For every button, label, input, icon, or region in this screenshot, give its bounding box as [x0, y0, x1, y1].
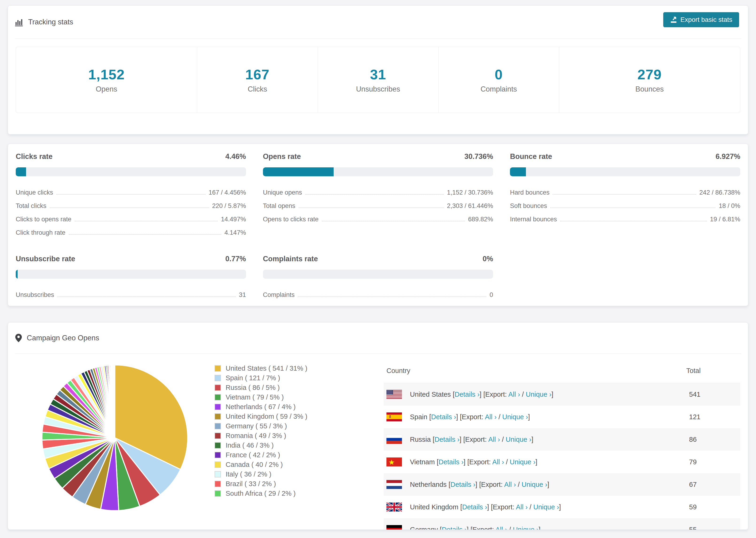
legend-label: South Africa ( 29 / 2% )	[226, 490, 296, 497]
legend-item: United Kingdom ( 59 / 3% )	[215, 412, 384, 421]
export-unique-link[interactable]: Unique ›	[502, 413, 528, 421]
stat-cell-opens: 1,152Opens	[16, 47, 197, 113]
rate-detail-value: 242 / 86.738%	[699, 189, 740, 196]
export-all-link[interactable]: All ›	[485, 413, 497, 421]
rate-progress-fill	[510, 167, 526, 176]
country-total: 59	[686, 496, 740, 518]
pie-slice[interactable]	[115, 365, 115, 438]
rate-detail-value: 220 / 5.87%	[212, 202, 246, 210]
country-total: 67	[686, 473, 740, 496]
rate-value: 6.927%	[716, 152, 740, 161]
export-unique-link[interactable]: Unique ›	[533, 503, 559, 511]
flag-icon-nl	[387, 480, 402, 489]
dotted-leader	[56, 194, 205, 194]
export-unique-link[interactable]: Unique ›	[506, 436, 531, 443]
legend-label: United Kingdom ( 59 / 3% )	[226, 413, 307, 420]
slash: /	[516, 481, 521, 488]
legend-item: South Africa ( 29 / 2% )	[215, 489, 384, 498]
flag-icon-es	[387, 412, 402, 421]
geo-table-row: United Kingdom [Details ›] [Export: All …	[384, 496, 740, 518]
dotted-leader	[69, 234, 221, 235]
rate-progress-fill	[16, 167, 26, 176]
legend-color-swatch	[215, 481, 221, 487]
pie-legend: United States ( 541 / 31% )Spain ( 121 /…	[215, 358, 384, 530]
legend-label: Romania ( 49 / 3% )	[226, 432, 286, 440]
export-unique-link[interactable]: Unique ›	[513, 526, 539, 530]
country-name: Spain	[410, 413, 429, 421]
export-unique-link[interactable]: Unique ›	[526, 391, 552, 398]
bracket: ]	[528, 413, 530, 421]
geo-table-row: Netherlands [Details ›] [Export: All › /…	[384, 473, 740, 496]
geo-opens-title-text: Campaign Geo Opens	[27, 334, 99, 342]
dotted-leader	[58, 296, 236, 297]
bracket: [	[437, 458, 439, 466]
legend-item: Vietnam ( 79 / 5% )	[215, 393, 384, 402]
rate-detail-value: 31	[239, 291, 246, 298]
bracket: ]	[552, 391, 553, 398]
legend-color-swatch	[215, 442, 221, 449]
rate-progress-bar	[263, 167, 493, 176]
slash: /	[520, 391, 526, 398]
legend-label: Italy ( 36 / 2% )	[226, 470, 271, 478]
legend-color-swatch	[215, 365, 221, 372]
details-link[interactable]: Details ›	[451, 481, 475, 488]
dotted-leader	[298, 296, 486, 297]
export-all-link[interactable]: All ›	[495, 526, 507, 530]
rate-section-bounce-rate: Bounce rate6.927%Hard bounces242 / 86.73…	[510, 152, 740, 237]
rate-detail-label: Total opens	[263, 202, 296, 210]
details-link[interactable]: Details ›	[431, 413, 456, 421]
details-link[interactable]: Details ›	[455, 391, 479, 398]
stat-cell-unsubscribes: 31Unsubscribes	[318, 47, 438, 113]
rate-detail-value: 167 / 4.456%	[209, 189, 246, 196]
country-cell-text: Germany [Details ›] [Export: All › / Uni…	[410, 526, 540, 530]
export-all-link[interactable]: All ›	[488, 436, 500, 443]
stat-value: 279	[637, 67, 662, 82]
rate-detail-label: Total clicks	[16, 202, 46, 210]
rate-progress-fill	[263, 167, 334, 176]
details-link[interactable]: Details ›	[462, 503, 487, 511]
slash: /	[527, 503, 533, 511]
stats-summary: 1,152Opens167Clicks31Unsubscribes0Compla…	[16, 47, 740, 113]
dotted-leader	[50, 207, 209, 208]
geo-table-row: Russia [Details ›] [Export: All › / Uniq…	[384, 428, 740, 451]
bracket: [	[433, 436, 435, 443]
legend-color-swatch	[215, 404, 221, 410]
pie-chart[interactable]	[40, 363, 190, 513]
rates-grid: Clicks rate4.46%Unique clicks167 / 4.456…	[16, 152, 740, 298]
export-all-link[interactable]: All ›	[508, 391, 520, 398]
export-all-link[interactable]: All ›	[516, 503, 527, 511]
details-link[interactable]: Details ›	[439, 458, 463, 466]
bracket: ]	[459, 436, 463, 443]
legend-color-swatch	[215, 471, 221, 477]
bracket: ]	[456, 413, 460, 421]
export-button-label: Export basic stats	[680, 16, 732, 24]
stat-label: Complaints	[481, 85, 517, 93]
details-link[interactable]: Details ›	[442, 526, 466, 530]
rate-detail-row: Clicks to opens rate14.497%	[16, 210, 246, 223]
details-link[interactable]: Details ›	[435, 436, 459, 443]
export-basic-stats-button[interactable]: Export basic stats	[663, 12, 739, 27]
export-prefix: [Export:	[460, 413, 485, 421]
export-prefix: [Export:	[463, 436, 488, 443]
slash: /	[504, 458, 510, 466]
rate-detail-value: 19 / 6.81%	[710, 216, 740, 223]
bracket: ]	[463, 458, 467, 466]
bracket: ]	[475, 481, 479, 488]
export-all-link[interactable]: All ›	[504, 481, 516, 488]
legend-label: United States ( 541 / 31% )	[226, 364, 307, 372]
rate-detail-row: Internal bounces19 / 6.81%	[510, 210, 740, 223]
export-all-link[interactable]: All ›	[492, 458, 504, 466]
tracking-stats-card: Tracking stats Export basic stats 1,152O…	[8, 5, 748, 134]
rate-detail-value: 0	[490, 291, 493, 298]
rate-detail-row: Total clicks220 / 5.87%	[16, 196, 246, 210]
legend-color-swatch	[215, 461, 221, 468]
export-prefix: [Export:	[470, 526, 495, 530]
country-cell-text: United Kingdom [Details ›] [Export: All …	[410, 503, 561, 511]
rate-section-clicks-rate: Clicks rate4.46%Unique clicks167 / 4.456…	[16, 152, 246, 237]
rate-section-unsubscribe-rate: Unsubscribe rate0.77%Unsubscribes31	[16, 255, 246, 298]
export-unique-link[interactable]: Unique ›	[510, 458, 536, 466]
export-unique-link[interactable]: Unique ›	[522, 481, 548, 488]
dotted-leader	[298, 207, 444, 208]
stat-label: Opens	[96, 85, 117, 93]
bracket: [	[449, 481, 450, 488]
